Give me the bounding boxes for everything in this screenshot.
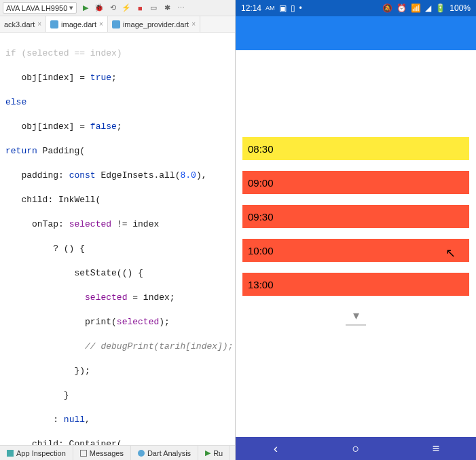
code-text: const bbox=[69, 170, 96, 180]
close-icon[interactable]: × bbox=[99, 20, 103, 28]
code-text: }); bbox=[5, 366, 90, 376]
app-bar bbox=[236, 16, 476, 50]
time-text: 09:00 bbox=[248, 177, 274, 189]
close-icon[interactable]: × bbox=[37, 20, 41, 28]
android-nav-bar: ‹ ○ ≡ bbox=[236, 437, 476, 460]
expand-arrow-icon[interactable]: ▾ bbox=[236, 308, 476, 327]
code-text: ; bbox=[111, 73, 117, 83]
bottom-tool-tabs: App Inspection Messages Dart Analysis ▶ … bbox=[0, 445, 235, 460]
code-text: ), bbox=[196, 170, 207, 180]
time-row[interactable]: 09:00 bbox=[242, 171, 469, 194]
code-text: EdgeInsets.all( bbox=[96, 170, 181, 180]
tab-label: image.dart bbox=[61, 20, 96, 28]
time-text: 08:30 bbox=[248, 143, 274, 155]
status-time: 12:14 bbox=[241, 3, 261, 13]
messages-icon bbox=[80, 450, 87, 457]
code-text: obj[index] = bbox=[5, 73, 90, 83]
code-text: // debugPrint(tarih[index]); bbox=[5, 341, 233, 351]
expand-handle bbox=[346, 324, 366, 326]
status-left: 12:14 AM ▣ ▯ • bbox=[241, 3, 302, 13]
code-text: != index bbox=[111, 219, 159, 229]
code-text: 8.0 bbox=[180, 170, 196, 180]
code-text: return bbox=[5, 146, 37, 156]
alarm-icon: ⏰ bbox=[397, 3, 407, 13]
code-text: selected bbox=[85, 292, 127, 303]
code-text: : bbox=[5, 415, 64, 425]
tab-ack3[interactable]: ack3.dart × bbox=[0, 16, 46, 32]
code-text: true bbox=[90, 73, 111, 83]
attach-icon[interactable]: ⟲ bbox=[108, 3, 117, 13]
battery-pct: 100% bbox=[450, 3, 471, 13]
tab-messages[interactable]: Messages bbox=[73, 446, 131, 460]
code-text: obj[index] = bbox=[5, 121, 90, 132]
tab-label: App Inspection bbox=[16, 449, 66, 457]
signal2-icon: ◢ bbox=[425, 3, 431, 13]
app-body: 08:30 09:00 09:30 10:00 13:00 ▾ ↖ bbox=[236, 50, 476, 437]
tab-dart-analysis[interactable]: Dart Analysis bbox=[131, 446, 198, 460]
tab-label: Dart Analysis bbox=[147, 449, 191, 457]
battery-icon: 🔋 bbox=[435, 3, 445, 13]
time-row[interactable]: 10:00 bbox=[242, 239, 469, 262]
time-row[interactable]: 08:30 bbox=[242, 137, 469, 160]
dot-icon: • bbox=[299, 3, 302, 13]
time-text: 13:00 bbox=[248, 279, 274, 290]
code-text: = index; bbox=[127, 292, 175, 303]
code-text: ? () { bbox=[5, 244, 85, 254]
run-icon[interactable]: ▶ bbox=[81, 3, 90, 13]
code-editor[interactable]: if (selected == index) obj[index] = true… bbox=[0, 33, 235, 445]
devices-icon[interactable]: ▭ bbox=[149, 3, 158, 13]
time-row[interactable]: 09:30 bbox=[242, 205, 469, 228]
mouse-cursor-icon: ↖ bbox=[445, 246, 456, 261]
ide-panel: AVA LAVA LH9950 ▾ ▶ 🐞 ⟲ ⚡ ■ ▭ ✱ ⋯ ack3.d… bbox=[0, 0, 236, 460]
code-text: setState(() { bbox=[5, 268, 143, 278]
code-text: padding: bbox=[5, 170, 69, 180]
debug-icon[interactable]: 🐞 bbox=[94, 3, 104, 13]
code-text: else bbox=[5, 97, 26, 107]
dart-file-icon bbox=[50, 20, 58, 28]
nav-home-icon[interactable]: ○ bbox=[348, 442, 363, 456]
code-text: Padding( bbox=[37, 146, 85, 156]
status-right: 🔕 ⏰ 📶 ◢ 🔋 100% bbox=[382, 3, 471, 13]
inspect-icon bbox=[7, 450, 14, 457]
tab-image-provider[interactable]: image_provider.dart × bbox=[108, 16, 200, 32]
more-icon[interactable]: ⋯ bbox=[176, 3, 185, 13]
code-text bbox=[5, 292, 85, 303]
code-text: null bbox=[64, 415, 85, 425]
code-text: onTap: bbox=[5, 219, 69, 229]
code-text: print( bbox=[5, 317, 117, 327]
code-text: } bbox=[5, 390, 69, 400]
code-text: false bbox=[90, 121, 117, 132]
code-text: ; bbox=[117, 121, 122, 132]
time-row[interactable]: 13:00 bbox=[242, 273, 469, 296]
chevron-down-icon: ▾ bbox=[69, 3, 73, 12]
status-ampm: AM bbox=[266, 5, 275, 12]
dart-icon bbox=[138, 450, 145, 457]
time-text: 09:30 bbox=[248, 211, 274, 223]
device-selector[interactable]: AVA LAVA LH9950 ▾ bbox=[3, 2, 77, 14]
tab-image[interactable]: image.dart × bbox=[46, 16, 108, 32]
tab-app-inspection[interactable]: App Inspection bbox=[0, 446, 73, 460]
code-text: selected bbox=[69, 219, 111, 229]
code-text: child: InkWell( bbox=[5, 195, 100, 205]
tab-run[interactable]: ▶ Ru bbox=[198, 446, 230, 460]
close-icon[interactable]: × bbox=[191, 20, 196, 28]
dnd-icon: 🔕 bbox=[382, 3, 392, 13]
signal-icon: 📶 bbox=[411, 3, 421, 13]
device-selector-label: AVA LAVA LH9950 bbox=[6, 4, 67, 12]
code-text: selected bbox=[117, 317, 159, 327]
extension-icon[interactable]: ✱ bbox=[162, 3, 172, 13]
code-text: , bbox=[85, 415, 90, 425]
stop-icon[interactable]: ■ bbox=[135, 3, 145, 13]
tab-label: image_provider.dart bbox=[123, 20, 189, 28]
ide-toolbar: AVA LAVA LH9950 ▾ ▶ 🐞 ⟲ ⚡ ■ ▭ ✱ ⋯ bbox=[0, 0, 235, 16]
time-text: 10:00 bbox=[248, 245, 274, 256]
code-text: if (selected == index) bbox=[5, 48, 122, 58]
nav-back-icon[interactable]: ‹ bbox=[268, 442, 283, 456]
code-text: ); bbox=[159, 317, 170, 327]
tab-label: ack3.dart bbox=[4, 20, 35, 28]
card-icon: ▣ bbox=[279, 3, 287, 13]
nav-recent-icon[interactable]: ≡ bbox=[428, 442, 443, 456]
hot-reload-icon[interactable]: ⚡ bbox=[122, 3, 131, 13]
run-icon: ▶ bbox=[205, 448, 210, 457]
tab-label: Ru bbox=[213, 449, 223, 457]
